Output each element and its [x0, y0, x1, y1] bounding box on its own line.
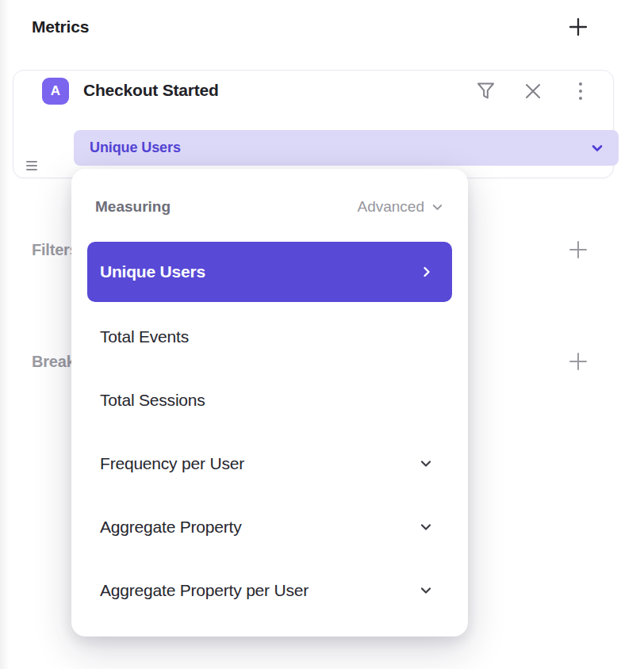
add-breakdown-button[interactable] — [566, 350, 590, 373]
chevron-down-icon — [431, 201, 444, 214]
menu-item-frequency-per-user[interactable]: Frequency per User — [87, 432, 452, 495]
remove-metric-button[interactable] — [521, 78, 545, 105]
close-icon — [523, 82, 542, 101]
chevron-down-icon — [590, 141, 604, 155]
measuring-options-list: Unique Users Total Events Total Sessions… — [87, 242, 452, 622]
menu-item-total-sessions[interactable]: Total Sessions — [87, 369, 452, 432]
plus-icon — [568, 239, 588, 260]
chevron-down-icon — [419, 583, 433, 598]
menu-item-aggregate-property-per-user[interactable]: Aggregate Property per User — [87, 559, 452, 622]
add-metric-button[interactable] — [566, 15, 590, 39]
chevron-down-icon — [419, 457, 433, 471]
menu-item-unique-users[interactable]: Unique Users — [87, 242, 452, 302]
event-name: Checkout Started — [83, 81, 219, 100]
metrics-panel: Metrics Filters Breakdown A Checkout Sta… — [0, 0, 644, 669]
kebab-menu-icon — [579, 82, 582, 100]
menu-item-total-events[interactable]: Total Events — [87, 305, 452, 369]
menu-item-aggregate-property[interactable]: Aggregate Property — [87, 495, 452, 559]
filter-event-button[interactable] — [473, 78, 497, 105]
left-scroll-shadow — [0, 0, 10, 669]
plus-icon — [568, 351, 588, 372]
chevron-right-icon — [420, 266, 433, 278]
metrics-header: Metrics — [32, 14, 612, 40]
measurement-value: Unique Users — [90, 140, 181, 156]
chevron-down-icon — [419, 520, 433, 534]
plus-icon — [568, 17, 588, 37]
drag-handle-icon[interactable] — [20, 154, 44, 178]
funnel-icon — [475, 80, 496, 102]
measuring-label: Measuring — [95, 198, 171, 216]
measurement-selector[interactable]: Unique Users — [74, 130, 619, 166]
more-options-button[interactable] — [569, 78, 592, 105]
metric-letter-badge: A — [42, 78, 69, 105]
page-title: Metrics — [32, 17, 89, 36]
measuring-dropdown: Measuring Advanced Unique Users Total Ev… — [71, 169, 468, 637]
add-filter-button[interactable] — [566, 238, 590, 262]
metric-card-checkout-started: A Checkout Started Unique Users — [13, 70, 614, 178]
advanced-mode-toggle[interactable]: Advanced — [357, 198, 444, 216]
advanced-mode-label: Advanced — [357, 198, 424, 216]
